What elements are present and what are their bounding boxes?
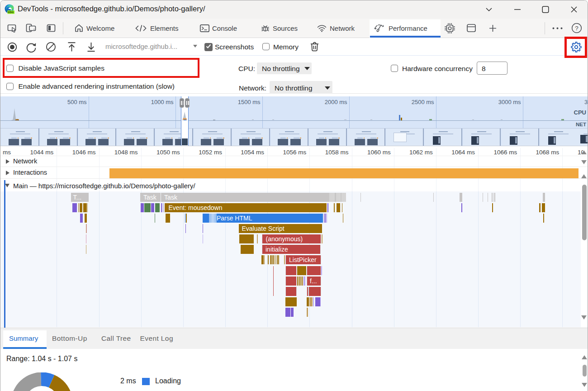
svg-text:EDG: EDG: [8, 11, 14, 14]
svg-text:?: ?: [575, 25, 579, 32]
